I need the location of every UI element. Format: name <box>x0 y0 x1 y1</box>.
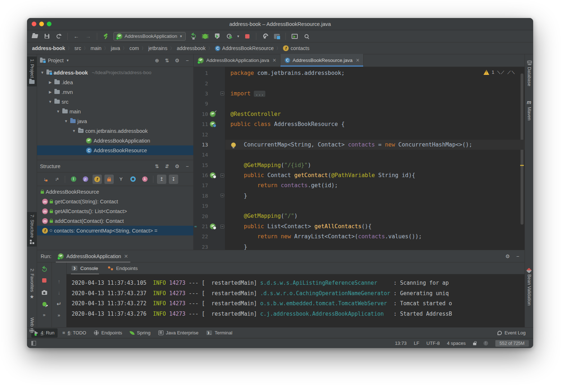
structure-settings-button[interactable]: ⚙ <box>174 163 180 169</box>
breadcrumb-item[interactable]: src <box>75 45 81 51</box>
stripe-button--structure[interactable]: 7: Structure <box>27 212 37 247</box>
tree-expand-arrow[interactable]: ▼ <box>40 71 45 75</box>
forward-button[interactable]: → <box>84 32 93 40</box>
line-number[interactable]: 11 <box>194 121 208 127</box>
spring-map-icon[interactable] <box>210 224 216 229</box>
profiler-button[interactable] <box>225 32 233 40</box>
code-line[interactable]: } <box>225 191 525 201</box>
editor-area[interactable]: AddressBookApplication.java✕AddressBookR… <box>194 54 525 250</box>
tree-expand-arrow[interactable]: ▼ <box>56 109 60 113</box>
spring-check-icon[interactable] <box>210 111 216 117</box>
structure-row[interactable]: contacts: ConcurrentMap<String, Contact>… <box>37 226 193 235</box>
breadcrumb-item[interactable]: AddressBookResource <box>215 45 274 51</box>
breadcrumb-item[interactable]: contacts <box>283 45 309 51</box>
debug-button[interactable] <box>201 32 210 40</box>
structure-row[interactable]: getContact(String): Contact <box>37 197 193 206</box>
soft-wrap-button[interactable]: ↵ <box>57 301 61 307</box>
collapse-all-button[interactable]: ⇅ <box>164 58 170 63</box>
code-line[interactable] <box>225 129 525 139</box>
line-number[interactable]: 23 <box>194 244 208 250</box>
line-number[interactable]: 13 <box>194 142 208 148</box>
toolwindow-button-endpoints[interactable]: Endpoints <box>91 328 125 338</box>
editor-tab[interactable]: AddressBookResource.java✕ <box>280 54 364 67</box>
stripe-button-maven[interactable]: Maven <box>525 97 533 123</box>
breadcrumb-item[interactable]: java <box>111 45 120 51</box>
breadcrumb-item[interactable]: com <box>130 45 139 51</box>
expand-all-button[interactable]: ⇅ <box>154 163 160 169</box>
sort-by-visibility-button[interactable] <box>40 175 49 184</box>
code-line[interactable]: } <box>225 242 525 250</box>
coverage-button[interactable] <box>213 32 221 40</box>
stop-button[interactable] <box>243 32 252 40</box>
run-configuration-select[interactable]: AddressBookApplication ▼ <box>113 32 186 41</box>
fold-marker[interactable]: − <box>220 225 224 229</box>
stripe-button-database[interactable]: Database <box>525 58 533 89</box>
code-line[interactable] <box>225 78 525 88</box>
sync-button[interactable] <box>54 32 63 40</box>
more-actions-button[interactable]: » <box>43 312 46 317</box>
hide-run-panel-button[interactable]: − <box>514 253 521 259</box>
stop-application-button[interactable] <box>42 278 46 284</box>
code-line[interactable] <box>225 150 525 160</box>
show-fields-button[interactable] <box>93 175 102 184</box>
caret-position[interactable]: 13:73 <box>395 341 407 346</box>
line-number[interactable]: 15 <box>194 162 208 168</box>
code-line[interactable]: @GetMapping("/{id}") <box>225 160 525 170</box>
tree-expand-arrow[interactable]: ▶ <box>48 90 53 94</box>
show-anonymous-button[interactable] <box>128 175 138 184</box>
line-ending[interactable]: LF <box>414 341 419 346</box>
line-number[interactable]: 20 <box>194 213 208 219</box>
toolwindow-button-terminal[interactable]: Terminal <box>203 328 235 338</box>
line-number[interactable]: 19 <box>194 203 208 209</box>
code-line[interactable] <box>225 201 525 211</box>
code-line[interactable]: @GetMapping("/") <box>225 211 525 221</box>
group-methods-button[interactable]: Y <box>116 175 126 184</box>
breadcrumb-item[interactable]: main <box>90 45 101 51</box>
code-line[interactable]: public class AddressBookResource { <box>225 119 525 129</box>
show-properties-button[interactable] <box>81 175 90 184</box>
settings-button[interactable] <box>261 32 269 40</box>
tree-row[interactable]: AddressBookApplication <box>37 136 193 145</box>
close-tab-button[interactable]: ✕ <box>356 58 360 63</box>
line-number[interactable]: 14 <box>194 152 208 158</box>
open-button[interactable] <box>31 32 39 40</box>
hide-structure-button[interactable]: − <box>184 163 190 169</box>
tree-expand-arrow[interactable]: ▶ <box>48 80 53 84</box>
toolwindow-button-java-enterprise[interactable]: Java Enterprise <box>155 328 202 338</box>
tree-row[interactable]: ▼java <box>37 116 193 126</box>
hide-panel-button[interactable]: − <box>184 58 190 63</box>
thread-dump-button[interactable] <box>42 289 47 296</box>
sort-alphabetically-button[interactable] <box>52 175 61 184</box>
toolwindow-toggle-icon[interactable] <box>31 341 36 346</box>
project-view-dropdown[interactable]: ▼ <box>66 59 69 62</box>
run-configuration-tab[interactable]: AddressBookApplication ✕ <box>56 250 131 262</box>
structure-row[interactable]: getAllContacts(): List<Contact> <box>37 206 193 216</box>
rerun-button[interactable] <box>189 32 198 40</box>
tree-row[interactable]: ▶.idea <box>37 77 193 87</box>
code-line[interactable]: return new ArrayList<Contact>(contacts.v… <box>225 231 525 242</box>
autoscroll-from-source-button[interactable]: ↧ <box>169 175 178 184</box>
rerun-application-button[interactable] <box>42 266 47 272</box>
run-settings-button[interactable]: ⚙ <box>504 253 511 259</box>
fold-marker[interactable]: − <box>220 91 224 95</box>
stripe-button-bean-validation[interactable]: Bean Validation <box>525 266 533 308</box>
spring-map-icon[interactable] <box>210 172 216 178</box>
show-lambdas-button[interactable] <box>140 175 149 184</box>
code-line[interactable]: public List<Contact> getAllContacts(){ <box>225 221 525 231</box>
tree-expand-arrow[interactable]: ▼ <box>72 129 76 133</box>
close-run-tab-button[interactable]: ✕ <box>124 253 128 259</box>
toolwindow-button-spring[interactable]: Spring <box>127 328 154 338</box>
stripe-button--favorites[interactable]: 2: Favorites <box>27 266 37 302</box>
run-tab-endpoints[interactable]: Endpoints <box>107 262 139 274</box>
spring-class-icon[interactable] <box>210 121 216 127</box>
more-console-actions-button[interactable]: » <box>58 312 60 318</box>
collapse-all-button-structure[interactable]: ⇵ <box>164 163 170 169</box>
readonly-lock-icon[interactable] <box>473 343 476 345</box>
line-number[interactable]: 17 <box>194 183 208 188</box>
code-line[interactable]: return contacts.get(id); <box>225 180 525 190</box>
code-line[interactable]: ConcurrentMap<String, Contact> contacts … <box>225 140 525 150</box>
run-tab-console[interactable]: Console <box>71 262 99 274</box>
indent-setting[interactable]: 4 spaces <box>447 341 465 346</box>
code-line[interactable]: package com.jetbrains.addressbook; <box>225 68 525 78</box>
intention-bulb-icon[interactable] <box>231 143 236 147</box>
